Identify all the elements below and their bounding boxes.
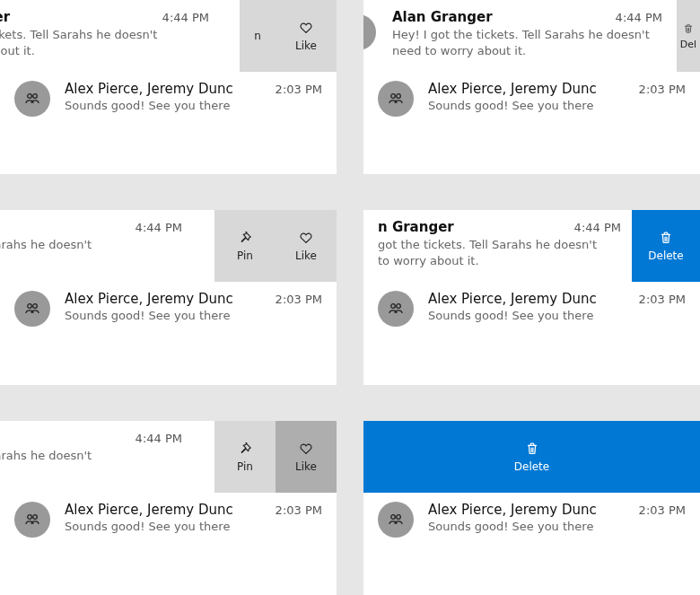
sender-name: n Granger	[378, 219, 454, 235]
message-preview: got the tickets. Tell Sarahs he doesn'tt…	[378, 237, 621, 268]
pin-icon	[237, 230, 253, 246]
delete-label-fragment: Del	[680, 39, 696, 50]
swipe-actions: n Like	[240, 0, 337, 72]
sender-name: Alex Pierce, Jeremy Dunc	[65, 81, 233, 97]
message-card: er 4:44 PM ets. Tell Sarahs he doesn'tou…	[0, 210, 337, 384]
message-preview: Sounds good! See you there	[65, 99, 322, 112]
people-icon	[23, 511, 41, 529]
people-icon	[387, 511, 405, 529]
sender-name: Alan Granger	[392, 9, 493, 25]
sender-name: anger	[0, 9, 10, 25]
delete-action-sliver[interactable]: Del	[677, 0, 700, 72]
pin-action[interactable]: Pin	[214, 210, 276, 282]
swipe-actions: Pin Like	[214, 421, 337, 493]
like-label: Like	[295, 249, 317, 262]
heart-icon	[298, 20, 314, 36]
pin-label: Pin	[237, 249, 253, 262]
trash-icon	[658, 230, 674, 246]
conversation-item[interactable]: Alex Pierce, Jeremy Dunc 2:03 PM Sounds …	[363, 72, 700, 126]
message-preview: Sounds good! See you there	[428, 520, 686, 533]
timestamp: 2:03 PM	[639, 293, 686, 306]
conversation-item[interactable]: Alex Pierce, Jeremy Dunc 2:03 PM Sounds …	[0, 493, 337, 547]
message-preview: Hey! I got the tickets. Tell Sarahs he d…	[392, 27, 662, 58]
timestamp: 2:03 PM	[276, 293, 322, 306]
message-preview: he tickets. Tell Sarahs he doesn'trry ab…	[0, 27, 209, 58]
timestamp: 4:44 PM	[574, 221, 621, 234]
sender-name: Alex Pierce, Jeremy Dunc	[65, 502, 233, 518]
conversation-item[interactable]: Alan Granger 4:44 PM Hey! I got the tick…	[363, 0, 700, 72]
message-card: Alan Granger 4:44 PM Hey! I got the tick…	[363, 0, 700, 174]
heart-icon	[298, 441, 314, 457]
timestamp: 4:44 PM	[136, 432, 182, 445]
sender-name: Alex Pierce, Jeremy Dunc	[65, 291, 233, 307]
timestamp: 4:44 PM	[136, 221, 182, 234]
message-preview: Sounds good! See you there	[65, 520, 322, 533]
conversation-item[interactable]: anger 4:44 PM he tickets. Tell Sarahs he…	[0, 0, 337, 72]
like-action[interactable]: Like	[276, 0, 337, 72]
delete-label: Delete	[514, 460, 549, 473]
message-preview: ets. Tell Sarahs he doesn'tout it.	[0, 237, 182, 268]
people-icon	[387, 300, 405, 318]
message-card: anger 4:44 PM he tickets. Tell Sarahs he…	[0, 0, 337, 174]
message-preview: Sounds good! See you there	[428, 99, 686, 112]
like-label: Like	[295, 460, 317, 473]
pin-icon	[237, 441, 253, 457]
people-icon	[23, 300, 41, 318]
conversation-item[interactable]: Alex Pierce, Jeremy Dunc 2:03 PM Sounds …	[363, 282, 700, 336]
heart-icon	[298, 230, 314, 246]
message-card: n Granger 4:44 PM got the tickets. Tell …	[363, 210, 700, 384]
swipe-actions-full: Delete	[363, 421, 700, 493]
pin-label: Pin	[237, 460, 253, 473]
timestamp: 2:03 PM	[639, 83, 686, 96]
conversation-item[interactable]: n Granger 4:44 PM got the tickets. Tell …	[363, 210, 700, 282]
conversation-item[interactable]: Alex Pierce, Jeremy Dunc 2:03 PM Sounds …	[363, 493, 700, 547]
conversation-item[interactable]: Alex Pierce, Jeremy Dunc 2:03 PM Sounds …	[0, 282, 337, 336]
like-action[interactable]: Like	[276, 210, 337, 282]
message-card: Delete Alex Pierce, Jeremy Dunc 2:03 PM …	[363, 421, 700, 595]
people-icon	[23, 90, 41, 108]
swipe-actions: Delete	[632, 210, 700, 282]
conversation-item[interactable]: Delete	[363, 421, 700, 493]
timestamp: 2:03 PM	[276, 503, 322, 517]
people-icon	[387, 90, 405, 108]
sender-name: Alex Pierce, Jeremy Dunc	[428, 291, 597, 307]
timestamp: 2:03 PM	[639, 503, 686, 517]
pin-label-fragment: n	[254, 30, 261, 42]
group-avatar	[14, 81, 50, 117]
pin-action[interactable]: Pin	[214, 421, 276, 493]
timestamp: 2:03 PM	[276, 83, 322, 96]
group-avatar	[378, 291, 414, 327]
like-label: Like	[295, 39, 317, 52]
message-preview: Sounds good! See you there	[428, 309, 686, 322]
group-avatar	[14, 291, 50, 327]
group-avatar	[378, 81, 414, 117]
message-card: er 4:44 PM ets. Tell Sarahs he doesn'tou…	[0, 421, 337, 595]
sender-name: Alex Pierce, Jeremy Dunc	[428, 502, 597, 518]
timestamp: 4:44 PM	[162, 11, 209, 24]
timestamp: 4:44 PM	[616, 11, 662, 24]
message-preview: ets. Tell Sarahs he doesn'tout it.	[0, 448, 182, 479]
swipe-actions: Pin Like	[214, 210, 337, 282]
conversation-item[interactable]: er 4:44 PM ets. Tell Sarahs he doesn'tou…	[0, 210, 337, 282]
delete-label: Delete	[648, 249, 683, 262]
group-avatar	[14, 502, 50, 538]
delete-action-full[interactable]: Delete	[363, 421, 700, 493]
group-avatar	[378, 502, 414, 538]
message-preview: Sounds good! See you there	[65, 309, 322, 322]
conversation-item[interactable]: er 4:44 PM ets. Tell Sarahs he doesn'tou…	[0, 421, 337, 493]
trash-icon	[524, 441, 540, 457]
trash-icon	[682, 22, 695, 35]
like-action-pressed[interactable]: Like	[276, 421, 337, 493]
conversation-item[interactable]: Alex Pierce, Jeremy Dunc 2:03 PM Sounds …	[0, 72, 337, 126]
sender-name: Alex Pierce, Jeremy Dunc	[428, 81, 597, 97]
pin-action[interactable]: n	[240, 0, 276, 72]
delete-action[interactable]: Delete	[632, 210, 700, 282]
